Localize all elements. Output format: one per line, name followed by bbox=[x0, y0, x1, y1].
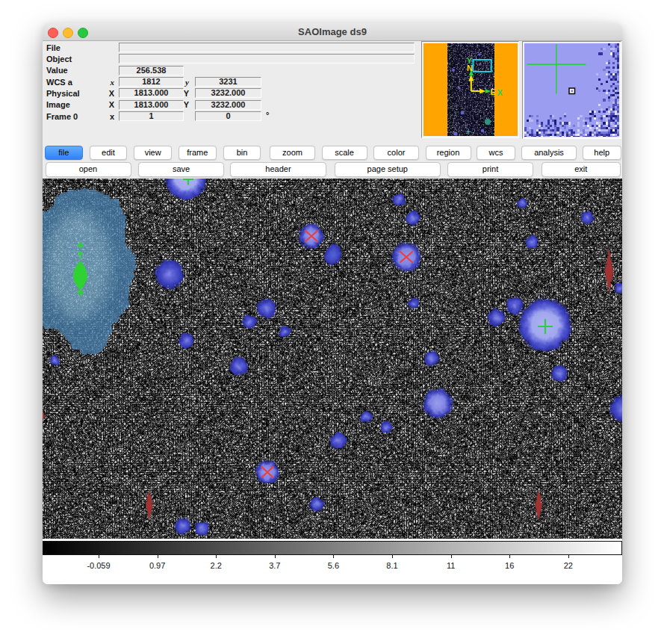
svg-text:X: X bbox=[497, 88, 503, 97]
svg-text:E: E bbox=[490, 87, 495, 96]
svg-text:N: N bbox=[467, 64, 473, 72]
